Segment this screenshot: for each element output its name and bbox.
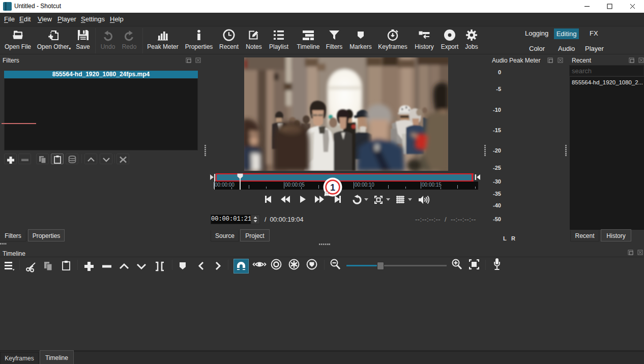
svg-text:1: 1 <box>330 183 335 193</box>
